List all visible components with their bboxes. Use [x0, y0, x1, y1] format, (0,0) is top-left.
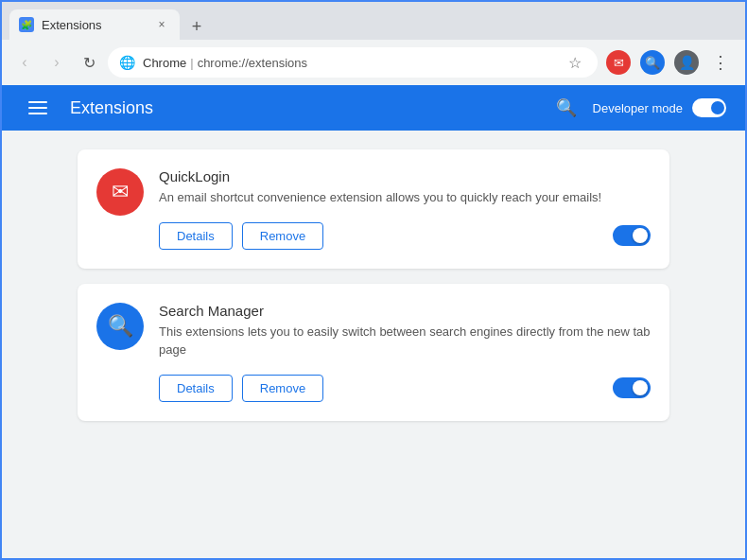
quicklogin-desc: An email shortcut convenience extension …	[159, 188, 651, 207]
browser-window: 🧩 Extensions × + ‹ › ↻ 🌐 Chrome | chrome…	[0, 0, 747, 560]
quicklogin-name: QuickLogin	[159, 168, 651, 184]
secure-icon: 🌐	[119, 55, 135, 70]
hamburger-line-1	[28, 101, 47, 103]
extension-card-searchmanager: 🔍 Search Manager This extensions lets yo…	[78, 284, 669, 421]
address-separator: |	[190, 56, 193, 70]
address-path: chrome://extensions	[198, 56, 307, 70]
extension-card-quicklogin: ✉ QuickLogin An email shortcut convenien…	[78, 149, 669, 269]
new-tab-button[interactable]: +	[183, 13, 210, 40]
search-extensions-button[interactable]: 🔍	[549, 91, 583, 125]
ext-search-icon: 🔍	[640, 50, 665, 75]
hamburger-line-3	[28, 113, 47, 114]
menu-button[interactable]: ⋮	[705, 47, 736, 78]
address-bar[interactable]: 🌐 Chrome | chrome://extensions ☆	[108, 47, 598, 78]
developer-mode-label: Developer mode	[593, 101, 683, 115]
searchmanager-details-button[interactable]: Details	[159, 375, 233, 402]
extensions-page-title: Extensions	[70, 98, 153, 118]
toggle-knob	[711, 101, 724, 114]
ext-mail-toolbar-button[interactable]: ✉	[603, 47, 634, 78]
refresh-button[interactable]: ↻	[76, 49, 102, 76]
tab-close-button[interactable]: ×	[153, 16, 170, 33]
address-domain: Chrome	[143, 56, 186, 70]
quicklogin-toggle[interactable]	[613, 225, 651, 246]
active-tab[interactable]: 🧩 Extensions ×	[9, 9, 180, 40]
developer-mode-toggle[interactable]	[692, 98, 726, 117]
tab-favicon: 🧩	[19, 17, 34, 32]
quicklogin-toggle-switch[interactable]	[613, 225, 651, 246]
extensions-list: fixit.com ✉ QuickLogin An email shortcut…	[2, 131, 745, 558]
searchmanager-remove-button[interactable]: Remove	[242, 375, 323, 402]
address-text: Chrome | chrome://extensions	[143, 56, 307, 70]
tab-title: Extensions	[42, 18, 102, 32]
ext-mail-icon: ✉	[606, 50, 631, 75]
extensions-header: Extensions 🔍 Developer mode	[2, 85, 745, 131]
searchmanager-name: Search Manager	[159, 303, 651, 319]
quicklogin-actions: Details Remove	[159, 222, 651, 250]
ext-search-toolbar-button[interactable]: 🔍	[637, 47, 668, 78]
quicklogin-toggle-knob	[633, 228, 648, 243]
searchmanager-info: Search Manager This extensions lets you …	[159, 303, 651, 402]
toolbar: ‹ › ↻ 🌐 Chrome | chrome://extensions ☆ ✉…	[2, 40, 745, 85]
page-content: Extensions 🔍 Developer mode fixit.com	[2, 85, 745, 558]
searchmanager-desc: This extensions lets you to easily switc…	[159, 323, 651, 359]
quicklogin-details-button[interactable]: Details	[159, 222, 233, 250]
bookmark-button[interactable]: ☆	[564, 51, 586, 74]
forward-button[interactable]: ›	[43, 49, 70, 76]
profile-button[interactable]: 👤	[671, 47, 702, 78]
quicklogin-icon: ✉	[96, 168, 144, 216]
hamburger-line-2	[28, 107, 47, 109]
searchmanager-toggle[interactable]	[613, 377, 651, 398]
hamburger-menu-button[interactable]	[21, 91, 55, 125]
quicklogin-info: QuickLogin An email shortcut convenience…	[159, 168, 651, 250]
toolbar-right: ✉ 🔍 👤 ⋮	[603, 47, 736, 78]
searchmanager-toggle-switch[interactable]	[613, 377, 651, 398]
quicklogin-remove-button[interactable]: Remove	[242, 222, 323, 250]
tab-bar: 🧩 Extensions × +	[2, 2, 745, 40]
searchmanager-icon: 🔍	[96, 303, 144, 350]
back-button[interactable]: ‹	[11, 49, 38, 76]
profile-avatar: 👤	[674, 50, 699, 75]
searchmanager-toggle-knob	[633, 380, 648, 395]
searchmanager-actions: Details Remove	[159, 375, 651, 402]
